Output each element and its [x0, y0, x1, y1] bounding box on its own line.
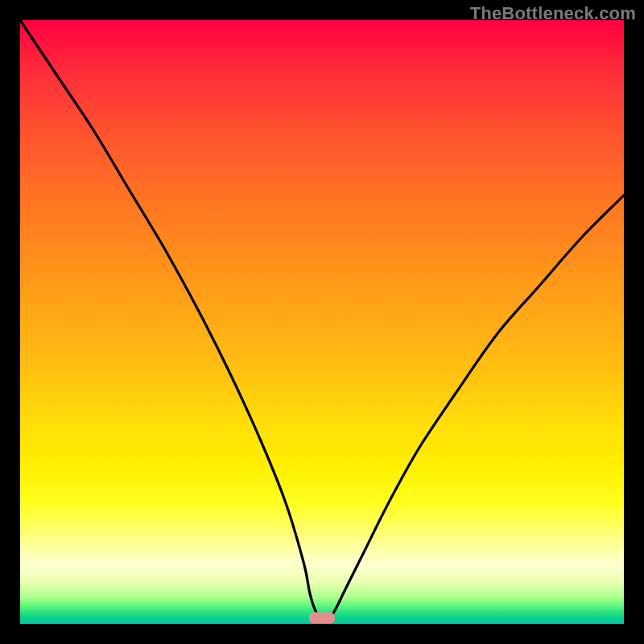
optimum-marker	[309, 613, 335, 624]
attribution-text: TheBottleneck.com	[470, 3, 636, 24]
bottleneck-curve	[20, 20, 624, 618]
chart-frame: TheBottleneck.com	[0, 0, 644, 644]
curve-svg	[20, 20, 624, 624]
plot-area	[20, 20, 624, 624]
